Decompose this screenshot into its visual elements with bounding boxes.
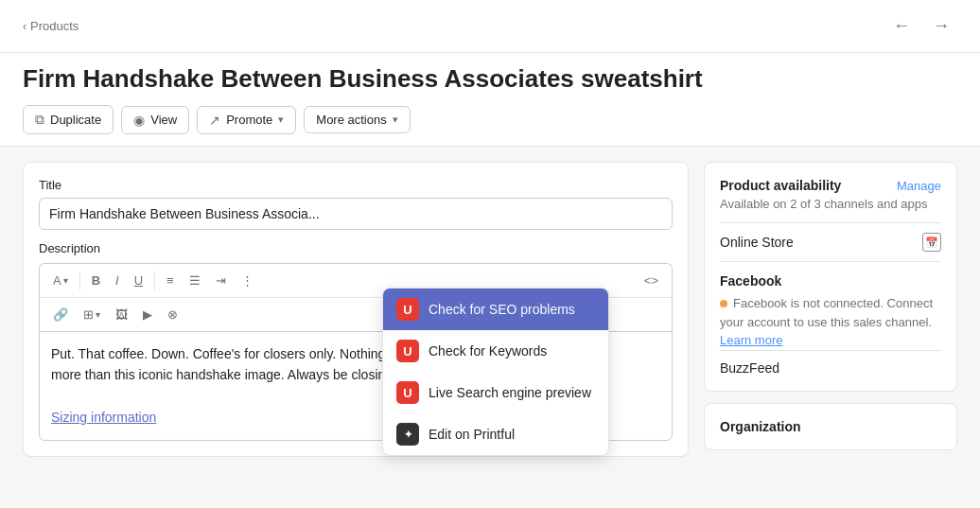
calendar-icon[interactable]: 📅 xyxy=(922,233,941,252)
font-btn[interactable]: A ▾ xyxy=(47,270,74,291)
table-btn[interactable]: ⊞ ▾ xyxy=(78,304,106,325)
indent-btn[interactable]: ⇥ xyxy=(210,270,232,291)
toolbar: ⧉ Duplicate ◉ View ↗ Promote ▾ More acti… xyxy=(23,105,957,146)
align-left-btn[interactable]: ≡ xyxy=(161,270,180,291)
facebook-warning-dot xyxy=(720,300,727,307)
keywords-icon: U xyxy=(396,340,419,362)
organization-card: Organization xyxy=(704,403,957,450)
search-preview-label: Live Search engine preview xyxy=(429,385,591,400)
organization-title: Organization xyxy=(720,419,941,434)
more-actions-chevron-icon: ▾ xyxy=(393,114,398,126)
view-button[interactable]: ◉ View xyxy=(121,106,189,134)
separator2 xyxy=(154,272,155,290)
seo-label: Check for SEO problems xyxy=(429,302,575,317)
image-btn[interactable]: 🖼 xyxy=(110,304,133,325)
align-center-btn[interactable]: ⋮ xyxy=(236,270,259,291)
dropdown-item-seo[interactable]: U Check for SEO problems xyxy=(383,289,608,330)
video-btn[interactable]: ▶ xyxy=(137,304,158,325)
breadcrumb-link[interactable]: Products xyxy=(30,19,79,33)
printful-icon: ✦ xyxy=(396,423,419,446)
nav-back-button[interactable]: ← xyxy=(885,12,918,40)
sizing-link[interactable]: Sizing information xyxy=(51,410,156,425)
promote-chevron-icon: ▾ xyxy=(278,114,284,126)
dropdown-item-printful[interactable]: ✦ Edit on Printful xyxy=(383,413,608,455)
online-store-row: Online Store 📅 xyxy=(720,222,941,261)
duplicate-button[interactable]: ⧉ Duplicate xyxy=(23,105,114,134)
printful-label: Edit on Printful xyxy=(429,427,515,442)
title-input[interactable] xyxy=(39,198,673,230)
manage-link[interactable]: Manage xyxy=(897,179,941,193)
breadcrumb: ‹ Products xyxy=(23,19,79,33)
underline-btn[interactable]: U xyxy=(129,270,149,291)
promote-icon: ↗ xyxy=(209,113,220,128)
facebook-section: Facebook Facebook is not connected. Conn… xyxy=(720,261,941,350)
online-store-label: Online Store xyxy=(720,235,794,250)
link-btn[interactable]: 🔗 xyxy=(47,304,74,325)
buzzfeed-label: BuzzFeed xyxy=(720,360,779,376)
code-btn[interactable]: <> xyxy=(639,270,664,291)
availability-header: Product availability Manage xyxy=(720,178,941,193)
separator1 xyxy=(79,272,80,290)
promote-button[interactable]: ↗ Promote ▾ xyxy=(197,106,296,134)
page-header: Firm Handshake Between Business Associat… xyxy=(0,53,980,147)
seo-icon: U xyxy=(396,298,419,321)
dropdown-item-search-preview[interactable]: U Live Search engine preview xyxy=(383,372,608,413)
availability-card: Product availability Manage Available on… xyxy=(704,162,957,392)
list-btn[interactable]: ☰ xyxy=(184,270,206,291)
description-label: Description xyxy=(39,241,673,255)
availability-title: Product availability xyxy=(720,178,841,193)
nav-forward-button[interactable]: → xyxy=(925,12,957,40)
right-panel: Product availability Manage Available on… xyxy=(704,162,957,457)
facebook-message: Facebook is not connected. Connect your … xyxy=(720,294,941,350)
page-title: Firm Handshake Between Business Associat… xyxy=(23,64,957,94)
italic-btn[interactable]: I xyxy=(110,270,125,291)
page-wrapper: Title Description A ▾ B I U ≡ ☰ ⇥ ⋮ xyxy=(0,147,980,508)
top-bar: ‹ Products ← → xyxy=(0,0,980,53)
eye-icon: ◉ xyxy=(133,113,145,128)
keywords-label: Check for Keywords xyxy=(429,343,547,359)
more-actions-button[interactable]: More actions ▾ xyxy=(304,106,410,133)
search-preview-icon: U xyxy=(396,381,419,404)
availability-subtitle: Available on 2 of 3 channels and apps xyxy=(720,197,941,211)
breadcrumb-chevron: ‹ xyxy=(23,20,26,33)
nav-arrows: ← → xyxy=(885,12,957,40)
font-chevron-icon: ▾ xyxy=(63,275,68,286)
more-actions-dropdown: U Check for SEO problems U Check for Key… xyxy=(382,288,609,456)
title-label: Title xyxy=(39,178,673,192)
buzzfeed-row: BuzzFeed xyxy=(720,350,941,376)
duplicate-icon: ⧉ xyxy=(35,112,44,128)
clear-btn[interactable]: ⊗ xyxy=(162,304,184,325)
dropdown-item-keywords[interactable]: U Check for Keywords xyxy=(383,330,608,372)
table-chevron-icon: ▾ xyxy=(96,309,100,320)
facebook-title: Facebook xyxy=(720,273,941,289)
bold-btn[interactable]: B xyxy=(86,270,106,291)
learn-more-link[interactable]: Learn more xyxy=(720,333,782,347)
